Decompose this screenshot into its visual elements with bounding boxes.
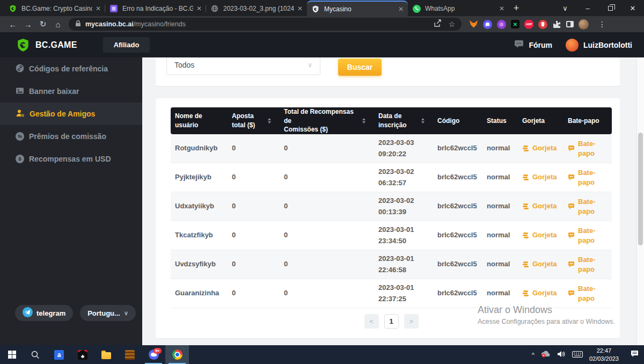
bcgame-logo[interactable]: BC.GAME [16,38,77,52]
chat-link[interactable]: Bate-papo [564,226,612,245]
restore-icon [608,6,613,11]
chat-link[interactable]: Bate-papo [564,284,612,303]
tray-expand-icon[interactable]: ^ [532,352,535,358]
tab-close-icon[interactable]: ✕ [398,5,404,13]
chat-link[interactable]: Bate-papo [564,197,612,216]
sort-control[interactable] [421,118,425,123]
forum-link[interactable]: Fórum [529,41,552,49]
share-icon[interactable] [434,19,442,30]
tab-close-icon[interactable]: ✕ [499,5,504,12]
tab-whatsapp[interactable]: WhatsApp ✕ [408,1,509,16]
sidebar-item-banner-baixar[interactable]: Banner baixar [0,80,142,103]
purple-extension-icon[interactable] [497,20,506,29]
tab-png-image[interactable]: 2023-03-02_3.png (1024×76 ✕ [206,1,307,16]
phantom-wallet-icon[interactable] [483,20,492,29]
onedrive-error-icon[interactable] [541,350,551,360]
taskbar-clock[interactable]: 22:47 02/03/2023 [589,347,619,363]
extensions-puzzle-icon[interactable] [552,20,561,29]
metamask-icon[interactable] [469,20,478,29]
taskbar-discord[interactable]: 9+ [142,345,165,364]
close-button[interactable]: ✕ [621,0,644,16]
chat-link[interactable]: Bate-papo [564,168,612,187]
side-panel-icon[interactable] [566,21,574,27]
new-tab-button[interactable]: + [509,1,524,16]
tab-erro-indicacao[interactable]: Erro na Indicação - BC.Game ✕ [105,1,206,16]
sort-control[interactable] [362,118,365,123]
exchange-extension-icon[interactable]: ✕ [511,20,519,28]
filter-select[interactable]: Todos ∨ [166,57,320,75]
sidebar-item-label: Códigos de referência [29,64,108,73]
address-bar[interactable]: mycasino.bc.ai /mycasino/friends ☆ [69,18,462,31]
username[interactable]: LuizBortolotti [583,41,632,49]
search-button[interactable]: Buscar [338,59,382,76]
restore-button[interactable] [599,0,621,16]
cell-date: 2023-03-0123:34:50 [374,224,433,246]
action-center-icon[interactable] [631,350,639,360]
sidebar-item-label: Recompensas em USD [29,155,111,163]
tab-mycasino-active[interactable]: Mycasino ✕ [307,1,408,16]
start-button[interactable] [0,345,24,364]
browser-profile-avatar[interactable] [579,19,589,30]
taskbar-file-explorer[interactable] [94,345,118,364]
tip-link[interactable]: Gorjeta [518,143,564,154]
scrollbar-thumb[interactable] [638,133,643,245]
sidebar-item-gestao-amigos[interactable]: Gestão de Amigos [0,103,142,125]
sidebar: Códigos de referência Banner baixar Gest… [0,57,142,345]
mycasino-favicon-icon [311,5,320,13]
cell-code: brlc62wccl5 [433,201,482,212]
tab-close-icon[interactable]: ✕ [96,5,101,12]
sidebar-item-label: Gestão de Amigos [30,110,95,118]
pagination-page-1[interactable]: 1 [384,314,399,329]
cell-status: normal [482,259,518,270]
tab-title: WhatsApp [425,5,496,12]
telegram-button[interactable]: telegram [15,305,73,321]
browser-tabstrip: BC.Game: Crypto Casino Gam ✕ Erro na Ind… [0,0,644,16]
image-icon [16,86,24,97]
chat-link[interactable]: Bate-papo [564,255,612,274]
pagination-next-button[interactable]: > [404,314,419,329]
tab-close-icon[interactable]: ✕ [297,5,303,12]
browser-menu-icon[interactable]: ⋮ [598,20,606,28]
tip-link[interactable]: Gorjeta [518,172,564,183]
pagination-prev-button[interactable]: < [364,314,379,329]
system-tray: ^ 22:47 02/03/2023 [532,347,644,363]
user-avatar[interactable] [566,39,579,52]
sidebar-item-premios-comissao[interactable]: % Prêmios de comissão [0,125,142,148]
taskbar-amd-app[interactable]: a [47,345,71,364]
home-icon[interactable]: ⌂ [50,20,65,29]
tab-close-icon[interactable]: ✕ [196,5,202,12]
cell-date: 2023-03-0206:32:57 [374,166,433,188]
adblock-plus-icon[interactable]: ABP [524,20,533,29]
back-icon[interactable]: ← [5,20,20,29]
reload-icon[interactable]: ↻ [35,19,50,29]
tab-title: BC.Game: Crypto Casino Gam [21,5,92,12]
tip-link[interactable]: Gorjeta [518,230,564,241]
cell-status: normal [482,288,518,299]
taskbar-search-button[interactable] [24,345,47,364]
sidebar-item-codigos-referencia[interactable]: Códigos de referência [0,57,142,80]
taskbar-game-app[interactable]: ♣ [71,345,94,364]
language-selector[interactable]: Portugu... ∨ [80,305,136,321]
tip-link[interactable]: Gorjeta [518,259,564,270]
blocker-hand-icon[interactable] [538,20,547,29]
dollar-icon: $ [16,155,24,163]
taskbar-game2-app[interactable] [118,345,142,364]
tab-search-icon[interactable]: ∨ [554,0,576,16]
tab-bcgame[interactable]: BC.Game: Crypto Casino Gam ✕ [4,1,105,16]
volume-icon[interactable] [557,350,566,360]
bookmark-star-icon[interactable]: ☆ [448,20,455,28]
sidebar-item-label: Banner baixar [29,87,79,96]
tip-link[interactable]: Gorjeta [518,288,564,299]
forward-icon[interactable]: → [20,20,35,29]
filter-card: Todos ∨ Buscar [156,57,620,86]
minimize-button[interactable]: – [576,0,599,16]
sort-control[interactable] [268,118,271,123]
page-scrollbar[interactable] [636,57,644,345]
keyboard-icon[interactable] [572,350,583,360]
tab-afiliado[interactable]: Afiliado [103,37,150,53]
chat-link[interactable]: Bate-papo [564,139,612,158]
sidebar-item-recompensas-usd[interactable]: $ Recompensas em USD [0,148,142,170]
tip-link[interactable]: Gorjeta [518,201,564,212]
cell-username: Rotgudnikyb [171,143,228,154]
taskbar-chrome[interactable] [165,345,189,364]
